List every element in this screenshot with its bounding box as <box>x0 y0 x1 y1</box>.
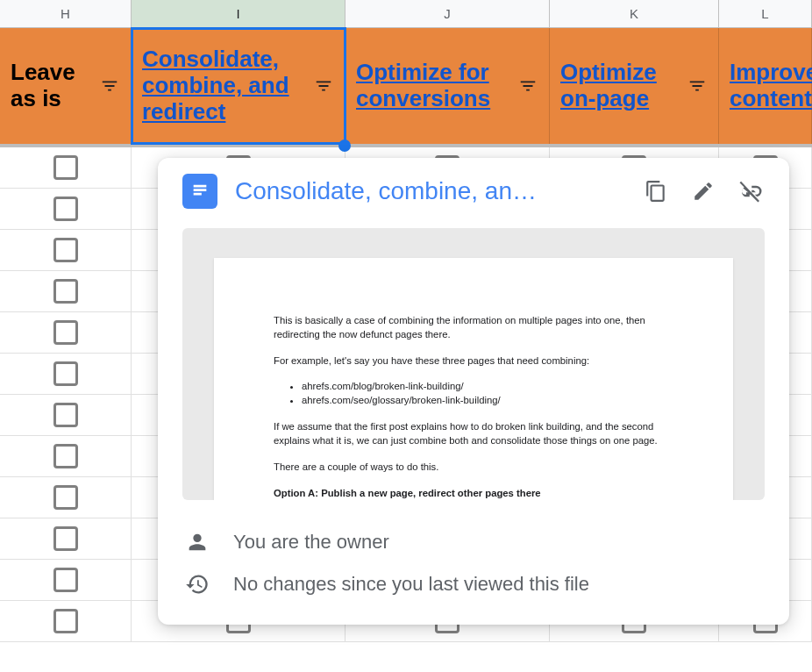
checkbox[interactable] <box>53 197 78 221</box>
filter-icon[interactable] <box>311 74 336 98</box>
preview-list-item: ahrefs.com/seo/glossary/broken-link-buil… <box>302 394 673 408</box>
changes-text: No changes since you last viewed this fi… <box>233 573 589 596</box>
preview-list: ahrefs.com/blog/broken-link-building/ ah… <box>274 380 673 408</box>
checkbox[interactable] <box>53 568 78 592</box>
link-preview-popup: Consolidate, combine, an… This is basica… <box>158 158 789 625</box>
owner-row: You are the owner <box>182 521 765 563</box>
checkbox[interactable] <box>53 238 78 262</box>
filter-icon[interactable] <box>97 74 122 98</box>
header-cell-optimize-conversions[interactable]: Optimize for conversions <box>345 28 550 144</box>
checkbox[interactable] <box>53 609 78 633</box>
table-cell[interactable] <box>0 601 132 641</box>
person-icon <box>182 530 212 554</box>
header-label: Leave as is <box>11 60 97 112</box>
header-cell-consolidate[interactable]: Consolidate, combine, and redirect <box>132 28 345 144</box>
preview-paragraph: This is basically a case of combining th… <box>274 314 673 342</box>
changes-row: No changes since you last viewed this fi… <box>182 563 765 605</box>
table-cell[interactable] <box>0 147 132 188</box>
table-cell[interactable] <box>0 354 132 394</box>
table-cell[interactable] <box>0 477 132 518</box>
table-cell[interactable] <box>0 230 132 270</box>
google-docs-icon <box>182 174 217 209</box>
popup-title[interactable]: Consolidate, combine, an… <box>235 177 624 205</box>
checkbox[interactable] <box>53 403 78 427</box>
copy-link-icon[interactable] <box>642 177 670 205</box>
selection-handle[interactable] <box>338 139 351 152</box>
header-label[interactable]: Optimize on-page <box>560 60 685 112</box>
table-cell[interactable] <box>0 395 132 435</box>
label-header-row: Leave as is Consolidate, combine, and re… <box>0 28 812 147</box>
preview-paragraph: There are a couple of ways to do this. <box>274 461 673 475</box>
checkbox[interactable] <box>53 279 78 304</box>
preview-list-item: ahrefs.com/blog/broken-link-building/ <box>302 380 673 394</box>
header-label[interactable]: Improve content <box>730 60 812 112</box>
remove-link-icon[interactable] <box>737 177 765 205</box>
header-cell-optimize-on-page[interactable]: Optimize on-page <box>550 28 719 144</box>
column-letter-k[interactable]: K <box>550 0 719 27</box>
table-cell[interactable] <box>0 271 132 311</box>
table-cell[interactable] <box>0 560 132 600</box>
doc-preview-page: This is basically a case of combining th… <box>214 258 733 500</box>
header-cell-leave-as-is[interactable]: Leave as is <box>0 28 132 144</box>
checkbox[interactable] <box>53 444 78 468</box>
column-letter-i[interactable]: I <box>132 0 345 27</box>
preview-paragraph: For example, let's say you have these th… <box>274 354 673 368</box>
filter-icon[interactable] <box>685 74 709 98</box>
owner-text: You are the owner <box>233 531 389 554</box>
column-letter-l[interactable]: L <box>719 0 812 27</box>
header-label[interactable]: Consolidate, combine, and redirect <box>142 46 311 125</box>
table-cell[interactable] <box>0 189 132 229</box>
doc-preview-frame[interactable]: This is basically a case of combining th… <box>182 228 765 500</box>
header-cell-improve-content[interactable]: Improve content <box>719 28 812 144</box>
edit-icon[interactable] <box>689 177 717 205</box>
popup-header: Consolidate, combine, an… <box>158 158 789 219</box>
table-cell[interactable] <box>0 436 132 476</box>
filter-icon[interactable] <box>516 74 540 98</box>
checkbox[interactable] <box>53 526 78 551</box>
preview-paragraph: If we assume that the first post explain… <box>274 420 673 448</box>
checkbox[interactable] <box>53 155 78 180</box>
table-cell[interactable] <box>0 312 132 353</box>
history-icon <box>182 572 212 597</box>
checkbox[interactable] <box>53 320 78 345</box>
preview-heading: Option A: Publish a new page, redirect o… <box>274 487 673 501</box>
column-letter-row: H I J K L <box>0 0 812 28</box>
popup-footer: You are the owner No changes since you l… <box>158 516 789 625</box>
column-letter-h[interactable]: H <box>0 0 132 27</box>
popup-actions <box>642 177 765 205</box>
header-label[interactable]: Optimize for conversions <box>356 60 516 112</box>
checkbox[interactable] <box>53 485 78 510</box>
table-cell[interactable] <box>0 518 132 559</box>
column-letter-j[interactable]: J <box>345 0 550 27</box>
checkbox[interactable] <box>53 361 78 386</box>
